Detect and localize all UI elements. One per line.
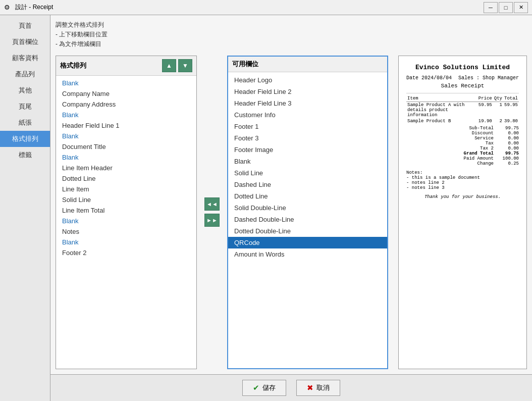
sidebar-item-other[interactable]: 其他 — [0, 82, 50, 98]
title-bar: ⚙ 設計 - Receipt ─ □ ✕ — [0, 0, 532, 15]
x-icon: ✖ — [307, 383, 313, 392]
preview-totals: Sub-Total 99.75 Discount 0.00 Service 0.… — [406, 126, 519, 166]
cell-item: Sample Product A with details product in… — [406, 102, 477, 118]
field-item[interactable]: Header Field Line 3 — [228, 97, 387, 109]
transfer-right-button[interactable]: ►► — [204, 214, 220, 227]
field-item[interactable]: Dashed Line — [228, 179, 387, 190]
sidebar-item-customer[interactable]: 顧客資料 — [0, 50, 50, 66]
col-price: Price — [477, 95, 493, 102]
preview-doc-title: Sales Receipt — [406, 83, 519, 89]
totals-row: Tax 2 0.00 — [406, 146, 519, 151]
field-item[interactable]: Dashed Double-Line — [228, 214, 387, 225]
list-item[interactable]: Document Title — [56, 141, 196, 152]
instruction-title: 調整文件格式排列 — [56, 20, 527, 30]
totals-row: Paid Amount 100.00 — [406, 156, 519, 161]
format-list: Blank Company Name Company Address Blank… — [56, 76, 196, 369]
list-item[interactable]: Header Field Line 1 — [56, 120, 196, 131]
transfer-buttons: ◄◄ ►► — [202, 56, 222, 369]
table-row: Sample Product A with details product in… — [406, 102, 519, 118]
sidebar-item-header[interactable]: 頁首 — [0, 18, 50, 34]
totals-row: Sub-Total 99.75 — [406, 126, 519, 131]
list-item[interactable]: Blank — [56, 152, 196, 163]
field-item-qrcode[interactable]: QRCode — [228, 237, 387, 248]
list-item[interactable]: Company Name — [56, 88, 196, 99]
cancel-button[interactable]: ✖ 取消 — [296, 380, 340, 396]
save-button[interactable]: ✔ 儲存 — [242, 380, 286, 396]
cell-total: 39.80 — [503, 118, 519, 124]
list-item[interactable]: Dotted Line — [56, 173, 196, 184]
move-up-button[interactable]: ▲ — [162, 59, 176, 72]
bottom-bar: ✔ 儲存 ✖ 取消 — [50, 374, 532, 401]
list-item[interactable]: Blank — [56, 110, 196, 120]
transfer-left-button[interactable]: ◄◄ — [204, 197, 220, 211]
list-item[interactable]: Blank — [56, 216, 196, 226]
sidebar-item-product[interactable]: 產品列 — [0, 66, 50, 82]
title-bar-left: ⚙ 設計 - Receipt — [4, 3, 53, 12]
arrow-buttons: ▲ ▼ — [162, 59, 192, 72]
preview-panel: Evinco Solutions Limited Date 2024/08/04… — [398, 56, 527, 369]
save-label: 儲存 — [262, 383, 276, 392]
totals-row: Grand Total 99.75 — [406, 151, 519, 156]
window-title: 設計 - Receipt — [15, 3, 53, 12]
sidebar-item-labels[interactable]: 標籤 — [0, 147, 50, 163]
instructions: 調整文件格式排列 - 上下移動欄目位置 - 為文件增減欄目 — [56, 20, 527, 49]
main-layout: 頁首 頁首欄位 顧客資料 產品列 其他 頁尾 紙張 格式排列 標籤 調整文件格式… — [0, 15, 532, 401]
list-item[interactable]: Footer 2 — [56, 247, 196, 258]
sidebar-item-footer[interactable]: 頁尾 — [0, 98, 50, 115]
field-item[interactable]: Blank — [228, 156, 387, 167]
totals-row: Service 0.00 — [406, 136, 519, 141]
field-item[interactable]: Solid Line — [228, 167, 387, 179]
field-item[interactable]: Footer 3 — [228, 132, 387, 144]
field-item[interactable]: Dotted Double-Line — [228, 225, 387, 237]
sidebar-item-format[interactable]: 格式排列 — [0, 131, 50, 147]
list-item[interactable]: Blank — [56, 78, 196, 88]
field-item[interactable]: Solid Double-Line — [228, 202, 387, 214]
totals-row: Discount 0.00 — [406, 131, 519, 136]
instruction-line1: - 上下移動欄目位置 — [56, 30, 527, 39]
field-item[interactable]: Header Logo — [228, 74, 387, 86]
list-item[interactable]: Blank — [56, 131, 196, 141]
preview-info-row: Date 2024/08/04 Sales : Shop Manager — [406, 75, 519, 81]
list-item[interactable]: Blank — [56, 237, 196, 247]
field-item[interactable]: Dotted Line — [228, 190, 387, 202]
format-panel-header: 格式排列 ▲ ▼ — [56, 56, 196, 76]
minimize-button[interactable]: ─ — [484, 2, 498, 13]
preview-notes: Notes: - this is a sample document - not… — [406, 170, 519, 190]
cell-item: Sample Product B — [406, 118, 477, 124]
close-button[interactable]: ✕ — [514, 2, 528, 13]
maximize-button[interactable]: □ — [499, 2, 513, 13]
cell-price: 59.95 — [477, 102, 493, 118]
fields-panel-title: 可用欄位 — [232, 60, 258, 68]
list-item[interactable]: Line Item Header — [56, 163, 196, 173]
fields-list: Header Logo Header Field Line 2 Header F… — [228, 72, 387, 368]
list-item[interactable]: Notes — [56, 226, 196, 237]
preview-company-name: Evinco Solutions Limited — [406, 64, 519, 71]
field-item[interactable]: Header Field Line 2 — [228, 86, 387, 97]
window-controls: ─ □ ✕ — [484, 2, 528, 13]
check-icon: ✔ — [253, 383, 259, 392]
content-area: 調整文件格式排列 - 上下移動欄目位置 - 為文件增減欄目 格式排列 ▲ ▼ — [50, 15, 532, 374]
sidebar: 頁首 頁首欄位 顧客資料 產品列 其他 頁尾 紙張 格式排列 標籤 — [0, 15, 50, 401]
instruction-line2: - 為文件增減欄目 — [56, 39, 527, 49]
sidebar-item-header-fields[interactable]: 頁首欄位 — [0, 34, 50, 50]
list-item[interactable]: Line Item Total — [56, 205, 196, 216]
fields-panel: 可用欄位 Header Logo Header Field Line 2 Hea… — [227, 56, 388, 369]
format-panel: 格式排列 ▲ ▼ Blank Company Name Company Addr… — [56, 56, 197, 369]
app-icon: ⚙ — [4, 4, 12, 12]
list-item[interactable]: Solid Line — [56, 194, 196, 205]
cell-price: 19.90 — [477, 118, 493, 124]
cancel-label: 取消 — [316, 383, 330, 392]
list-item[interactable]: Line Item — [56, 184, 196, 194]
cell-qty: 1 — [493, 102, 503, 118]
cell-qty: 2 — [493, 118, 503, 124]
field-item[interactable]: Footer Image — [228, 144, 387, 156]
preview-table: Item Price Qty Total Sample Product A wi… — [406, 95, 519, 124]
cell-total: 59.95 — [503, 102, 519, 118]
field-item[interactable]: Amount in Words — [228, 248, 387, 260]
field-item[interactable]: Customer Info — [228, 109, 387, 121]
list-item[interactable]: Company Address — [56, 99, 196, 110]
move-down-button[interactable]: ▼ — [178, 59, 192, 72]
totals-row: Tax 0.00 — [406, 141, 519, 146]
field-item[interactable]: Footer 1 — [228, 121, 387, 132]
sidebar-item-paper[interactable]: 紙張 — [0, 115, 50, 131]
